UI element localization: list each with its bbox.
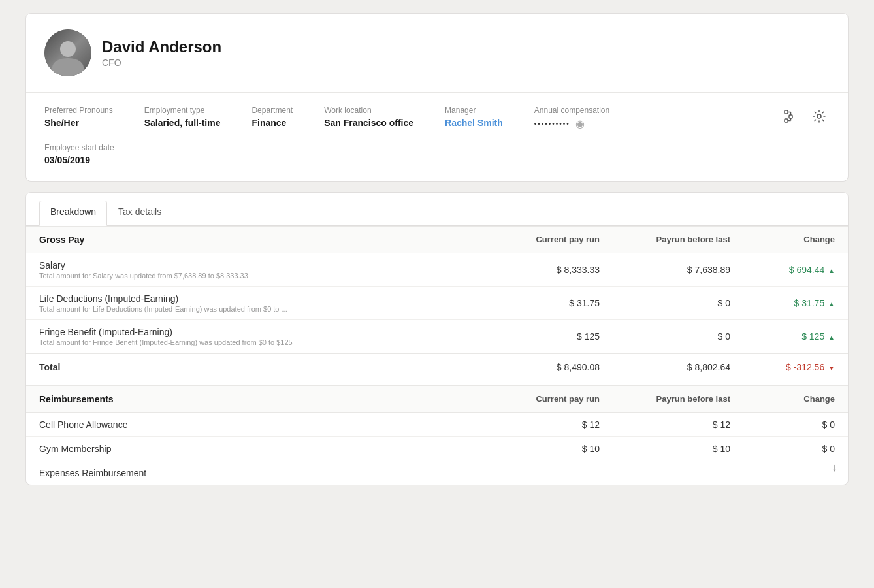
row-label: Life Deductions (Imputed-Earning) — [39, 293, 469, 304]
row-label: Gym Membership — [39, 444, 469, 454]
gross-pay-label: Gross Pay — [39, 235, 469, 245]
row-previous: $ 10 — [600, 444, 730, 454]
row-current: $ 125 — [469, 331, 600, 342]
row-change: $ 31.75 ▲ — [730, 298, 835, 308]
svg-point-7 — [817, 114, 821, 118]
manager-label: Manager — [445, 106, 503, 115]
gross-change-header: Change — [730, 235, 835, 245]
employee-start-date-value: 03/05/2019 — [44, 155, 830, 165]
reveal-compensation-icon[interactable]: ◉ — [575, 118, 585, 130]
manager-value[interactable]: Rachel Smith — [445, 118, 503, 128]
annual-comp-label: Annual compensation — [534, 106, 609, 115]
svg-rect-2 — [785, 119, 788, 122]
row-change: $ 0 — [730, 419, 835, 430]
gross-previous-header: Payrun before last — [600, 235, 730, 245]
employee-name: David Anderson — [102, 38, 221, 56]
change-arrow-icon: ▲ — [828, 267, 835, 274]
svg-rect-0 — [785, 110, 788, 114]
preferred-pronouns-label: Preferred Pronouns — [44, 106, 113, 115]
manager-field: Manager Rachel Smith — [445, 106, 503, 128]
total-previous: $ 8,802.64 — [600, 362, 730, 372]
department-value: Finance — [251, 118, 293, 128]
work-location-field: Work location San Francisco office — [324, 106, 413, 128]
row-label: Salary — [39, 260, 469, 270]
row-label: Cell Phone Allowance — [39, 419, 469, 430]
department-label: Department — [251, 106, 293, 115]
employment-type-value: Salaried, full-time — [144, 118, 221, 128]
row-previous: $ 7,638.89 — [600, 265, 730, 275]
table-row: Expenses Reimbursement — [26, 461, 848, 485]
department-field: Department Finance — [251, 106, 293, 128]
tabs-bar: Breakdown Tax details — [26, 193, 848, 226]
row-previous: $ 0 — [600, 298, 730, 308]
total-current: $ 8,490.08 — [469, 362, 600, 372]
work-location-label: Work location — [324, 106, 413, 115]
change-arrow-icon: ▼ — [828, 365, 835, 372]
row-label: Fringe Benefit (Imputed-Earning) — [39, 327, 469, 337]
annual-comp-dots: •••••••••• — [534, 120, 570, 127]
gross-pay-section: Gross Pay Current pay run Payrun before … — [26, 226, 848, 380]
total-label: Total — [39, 362, 469, 372]
work-location-value: San Francisco office — [324, 118, 413, 128]
employment-type-field: Employment type Salaried, full-time — [144, 106, 221, 128]
reimbursements-label: Reimbursements — [39, 394, 469, 404]
reimb-change-header: Change — [730, 394, 835, 404]
row-change: $ 125 ▲ — [730, 331, 835, 342]
employee-title: CFO — [102, 57, 221, 68]
employment-type-label: Employment type — [144, 106, 221, 115]
row-change: $ 0 — [730, 444, 835, 454]
row-current: $ 12 — [469, 419, 600, 430]
table-row: Cell Phone Allowance $ 12 $ 12 $ 0 — [26, 413, 848, 437]
avatar — [44, 29, 91, 76]
row-previous: $ 0 — [600, 331, 730, 342]
total-change: $ -312.56 ▼ — [730, 362, 835, 372]
row-sublabel: Total amount for Fringe Benefit (Imputed… — [39, 338, 469, 346]
table-row: Gym Membership $ 10 $ 10 $ 0 — [26, 437, 848, 461]
gross-pay-total-row: Total $ 8,490.08 $ 8,802.64 $ -312.56 ▼ — [26, 353, 848, 380]
reimb-current-header: Current pay run — [469, 394, 600, 404]
gross-current-header: Current pay run — [469, 235, 600, 245]
row-current: $ 8,333.33 — [469, 265, 600, 275]
reimb-previous-header: Payrun before last — [600, 394, 730, 404]
row-current: $ 10 — [469, 444, 600, 454]
reimbursements-section: Reimbursements Current pay run Payrun be… — [26, 385, 848, 485]
svg-rect-1 — [789, 115, 792, 118]
flow-chart-icon[interactable] — [780, 106, 801, 127]
change-arrow-icon: ▲ — [828, 334, 835, 341]
employee-start-date-label: Employee start date — [44, 143, 830, 152]
row-sublabel: Total amount for Life Deductions (Impute… — [39, 305, 469, 313]
row-label: Expenses Reimbursement — [39, 468, 469, 478]
annual-compensation-field: Annual compensation •••••••••• ◉ — [534, 106, 609, 130]
preferred-pronouns-value: She/Her — [44, 118, 113, 128]
scroll-down-icon[interactable]: ↓ — [832, 461, 837, 474]
employee-start-date-field: Employee start date 03/05/2019 — [44, 143, 830, 165]
row-current: $ 31.75 — [469, 298, 600, 308]
table-row: Salary Total amount for Salary was updat… — [26, 253, 848, 287]
preferred-pronouns-field: Preferred Pronouns She/Her — [44, 106, 113, 128]
settings-icon[interactable] — [809, 106, 830, 127]
row-sublabel: Total amount for Salary was updated from… — [39, 272, 469, 280]
change-arrow-icon: ▲ — [828, 301, 835, 308]
tab-tax-details[interactable]: Tax details — [107, 201, 172, 225]
row-change: $ 694.44 ▲ — [730, 265, 835, 275]
table-row: Fringe Benefit (Imputed-Earning) Total a… — [26, 320, 848, 353]
table-row: Life Deductions (Imputed-Earning) Total … — [26, 287, 848, 320]
row-previous: $ 12 — [600, 419, 730, 430]
tab-breakdown[interactable]: Breakdown — [39, 201, 107, 226]
